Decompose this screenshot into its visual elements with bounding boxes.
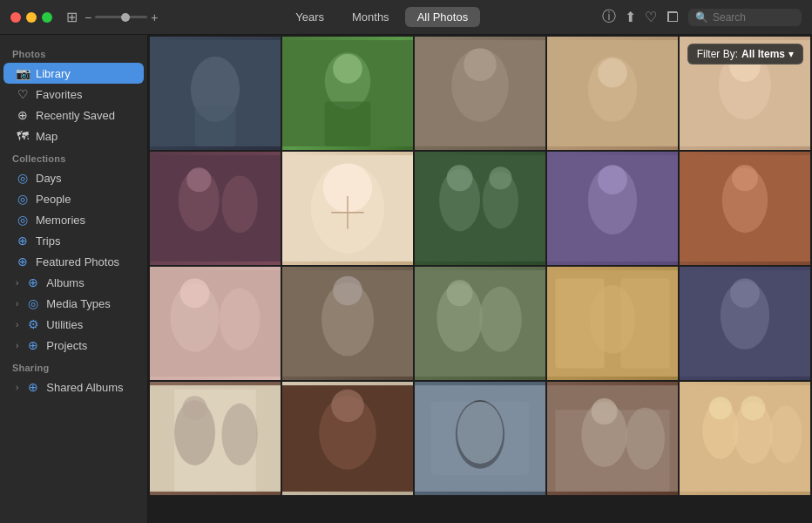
zoom-slider[interactable] [95,16,147,18]
sidebar-label-trips: Trips [36,234,60,248]
sidebar-item-map[interactable]: 🗺 Map [3,126,144,146]
sidebar-item-utilities[interactable]: › ⚙ Utilities [3,314,144,335]
sidebar-item-library[interactable]: 📷 Library [3,63,144,84]
toolbar-actions: ⓘ ⬆ ♡ ⧠ 🔍 [602,8,802,26]
tab-years[interactable]: Years [283,7,336,27]
zoom-minus[interactable]: − [85,10,91,24]
maximize-button[interactable] [42,12,52,23]
search-box[interactable]: 🔍 [688,9,802,26]
svg-rect-64 [431,402,530,475]
svg-point-61 [331,390,364,423]
svg-point-41 [321,282,374,356]
svg-point-60 [319,396,376,469]
photo-cell[interactable] [282,152,413,265]
svg-rect-43 [415,270,545,377]
photo-cell[interactable] [680,152,810,265]
minimize-button[interactable] [26,12,37,23]
photo-cell[interactable] [547,37,678,150]
sidebar-label-memories: Memories [36,214,85,227]
svg-point-26 [439,169,480,231]
svg-point-73 [709,397,732,419]
svg-point-46 [479,287,522,352]
albums-icon: ⊕ [26,275,40,289]
filter-button[interactable]: Filter By: All Items ▾ [687,44,803,65]
svg-point-65 [457,402,504,464]
sidebar-item-favorites[interactable]: ♡ Favorites [3,84,144,105]
search-input[interactable] [713,11,795,24]
utilities-icon: ⚙ [26,317,40,331]
svg-point-9 [464,48,497,81]
photo-cell[interactable] [282,382,413,495]
sidebar-section-collections-label: Collections [0,146,147,167]
sidebar-item-featured-photos[interactable]: ⊕ Featured Photos [3,251,144,272]
photo-cell[interactable] [150,382,281,495]
sidebar-item-albums[interactable]: › ⊕ Albums [3,272,144,293]
filter-chevron-icon: ▾ [788,48,794,60]
sidebar-item-media-types[interactable]: › ◎ Media Types [3,293,144,314]
heart-icon[interactable]: ♡ [645,9,657,25]
svg-point-38 [180,278,210,308]
zoom-plus[interactable]: + [151,10,158,24]
svg-point-1 [191,57,240,122]
photo-cell[interactable] [680,382,810,495]
photo-date-label: Mar 15, 2024 [160,47,264,67]
svg-point-29 [489,166,511,189]
svg-point-5 [333,54,362,84]
sidebar-section-photos-label: Photos [0,42,147,63]
svg-point-18 [186,167,211,192]
photo-cell[interactable] [415,152,545,265]
sidebar-item-memories[interactable]: ◎ Memories [3,209,144,230]
svg-rect-2 [195,105,236,146]
photo-cell[interactable] [415,267,545,380]
tab-months[interactable]: Months [340,7,402,27]
photo-cell[interactable] [547,382,678,495]
zoom-control[interactable]: − + [85,10,158,24]
photo-cell[interactable] [680,267,810,380]
svg-point-12 [598,58,627,88]
svg-rect-16 [150,155,281,262]
sidebar-item-days[interactable]: ◎ Days [3,167,144,188]
tab-all-photos[interactable]: All Photos [405,7,481,27]
crop-icon[interactable]: ⧠ [666,10,680,25]
svg-point-32 [598,165,627,194]
sidebar-item-recently-saved[interactable]: ⊕ Recently Saved [3,105,144,126]
svg-point-44 [436,283,483,352]
sidebar-item-trips[interactable]: ⊕ Trips [3,230,144,251]
svg-point-53 [730,278,760,308]
sidebar-label-favorites: Favorites [36,88,82,101]
svg-rect-59 [282,385,413,492]
sidebar-item-projects[interactable]: › ⊕ Projects [3,335,144,356]
utilities-expand-arrow: › [16,320,18,329]
info-icon[interactable]: ⓘ [602,8,616,26]
search-icon: 🔍 [695,11,708,24]
svg-point-57 [183,396,207,420]
photo-cell[interactable] [547,267,678,380]
photo-cell[interactable] [282,267,413,380]
days-icon: ◎ [16,171,30,185]
media-types-expand-arrow: › [16,299,18,309]
sidebar-item-people[interactable]: ◎ People [3,188,144,209]
library-icon: 📷 [16,66,30,80]
photo-cell[interactable] [547,152,678,265]
share-icon[interactable]: ⬆ [625,9,636,25]
sidebar-label-projects: Projects [46,339,87,352]
close-button[interactable] [10,12,21,23]
map-icon: 🗺 [16,129,30,143]
sidebar-item-shared-albums[interactable]: › ⊕ Shared Albums [3,377,144,397]
photo-cell[interactable] [150,152,281,265]
svg-rect-3 [282,40,413,146]
photo-cell[interactable]: Mar 15, 2024 [150,37,281,150]
sidebar-label-media-types: Media Types [46,297,110,310]
svg-point-8 [451,48,509,121]
photo-cell[interactable] [150,267,281,380]
photo-cell[interactable] [415,382,545,495]
filter-value: All Items [741,48,785,60]
svg-rect-51 [680,270,810,377]
sidebar-section-sharing-label: Sharing [0,356,147,377]
photo-cell[interactable] [415,37,545,150]
svg-point-28 [483,172,518,229]
photo-cell[interactable] [282,37,413,150]
titlebar: ⊞ − + Years Months All Photos ⓘ ⬆ ♡ ⧠ 🔍 [0,0,812,35]
svg-point-27 [447,165,473,191]
favorites-icon: ♡ [16,87,30,101]
